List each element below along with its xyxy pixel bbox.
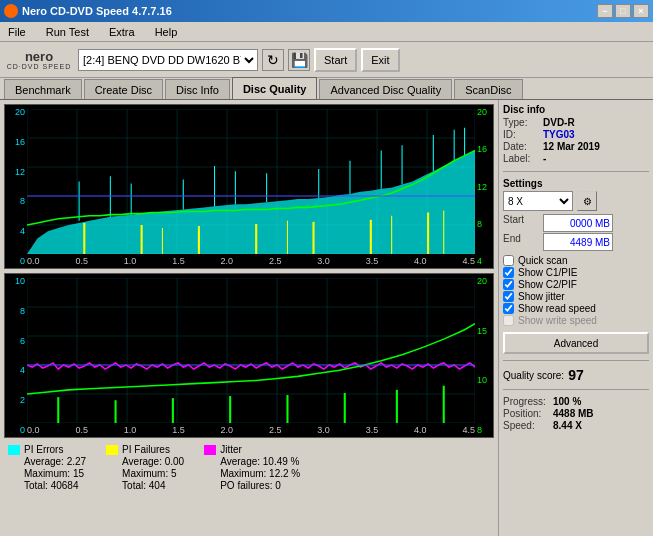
quality-score-value: 97 — [568, 367, 584, 383]
settings-end-row: End — [503, 233, 649, 251]
menu-extra[interactable]: Extra — [105, 24, 139, 40]
minimize-button[interactable]: − — [597, 4, 613, 18]
speed-value: 8.44 X — [553, 420, 582, 431]
tab-benchmark[interactable]: Benchmark — [4, 79, 82, 99]
settings-end-input[interactable] — [543, 233, 613, 251]
bottom-chart-plot — [27, 278, 475, 423]
checkboxes-section: Quick scan Show C1/PIE Show C2/PIF Show … — [503, 255, 649, 327]
settings-title: Settings — [503, 178, 649, 189]
tab-disc-info[interactable]: Disc Info — [165, 79, 230, 99]
disc-info-title: Disc info — [503, 104, 649, 115]
exit-button[interactable]: Exit — [361, 48, 399, 72]
charts-area: 20 16 12 8 4 0 20 16 12 8 4 — [0, 100, 498, 536]
menu-bar: File Run Test Extra Help — [0, 22, 653, 42]
jitter-max: Maximum: 12.2 % — [220, 468, 300, 479]
progress-section: Progress: 100 % Position: 4488 MB Speed:… — [503, 396, 649, 432]
show-c2pif-row: Show C2/PIF — [503, 279, 649, 290]
pi-failures-total: Total: 404 — [122, 480, 184, 491]
disc-label-label: Label: — [503, 153, 541, 164]
jitter-color — [204, 445, 216, 455]
advanced-button[interactable]: Advanced — [503, 332, 649, 354]
show-write-speed-label: Show write speed — [518, 315, 597, 326]
tab-scan-disc[interactable]: ScanDisc — [454, 79, 522, 99]
divider-3 — [503, 389, 649, 390]
position-row: Position: 4488 MB — [503, 408, 649, 419]
speed-label: Speed: — [503, 420, 551, 431]
save-icon[interactable]: 💾 — [288, 49, 310, 71]
menu-help[interactable]: Help — [151, 24, 182, 40]
speed-row: Speed: 8.44 X — [503, 420, 649, 431]
refresh-icon[interactable]: ↻ — [262, 49, 284, 71]
top-y-axis-right: 20 16 12 8 4 — [475, 105, 493, 268]
bottom-chart-inner: 10 8 6 4 2 0 20 15 10 8 — [5, 274, 493, 437]
title-bar: Nero CD-DVD Speed 4.7.7.16 − □ × — [0, 0, 653, 22]
show-c2pif-checkbox[interactable] — [503, 279, 514, 290]
disc-date-label: Date: — [503, 141, 541, 152]
position-label: Position: — [503, 408, 551, 419]
top-x-axis: 0.0 0.5 1.0 1.5 2.0 2.5 3.0 3.5 4.0 4.5 — [27, 254, 475, 268]
show-c1pie-checkbox[interactable] — [503, 267, 514, 278]
title-bar-buttons[interactable]: − □ × — [597, 4, 649, 18]
jitter-label: Jitter — [220, 444, 242, 455]
settings-speed-row: 8 X ⚙ — [503, 191, 649, 211]
close-button[interactable]: × — [633, 4, 649, 18]
disc-type-label: Type: — [503, 117, 541, 128]
speed-select[interactable]: 8 X — [503, 191, 573, 211]
settings-icon-btn[interactable]: ⚙ — [577, 191, 597, 211]
maximize-button[interactable]: □ — [615, 4, 631, 18]
disc-date-value: 12 Mar 2019 — [543, 141, 600, 152]
top-chart: 20 16 12 8 4 0 20 16 12 8 4 — [4, 104, 494, 269]
progress-row: Progress: 100 % — [503, 396, 649, 407]
app-icon — [4, 4, 18, 18]
pi-errors-max: Maximum: 15 — [24, 468, 86, 479]
tab-advanced-disc-quality[interactable]: Advanced Disc Quality — [319, 79, 452, 99]
title-text: Nero CD-DVD Speed 4.7.7.16 — [22, 5, 172, 17]
bottom-y-axis-right: 20 15 10 8 — [475, 274, 493, 437]
disc-label-value: - — [543, 153, 546, 164]
divider-2 — [503, 360, 649, 361]
legend-pi-failures-header: PI Failures — [106, 444, 184, 455]
disc-type-value: DVD-R — [543, 117, 575, 128]
nero-logo: nero CD·DVD SPEED — [4, 50, 74, 70]
show-read-speed-row: Show read speed — [503, 303, 649, 314]
tab-create-disc[interactable]: Create Disc — [84, 79, 163, 99]
drive-select[interactable]: [2:4] BENQ DVD DD DW1620 B7W9 — [78, 49, 258, 71]
top-chart-inner: 20 16 12 8 4 0 20 16 12 8 4 — [5, 105, 493, 268]
top-y-axis-left: 20 16 12 8 4 0 — [5, 105, 27, 268]
show-c1pie-row: Show C1/PIE — [503, 267, 649, 278]
show-jitter-checkbox[interactable] — [503, 291, 514, 302]
right-panel: Disc info Type: DVD-R ID: TYG03 Date: 12… — [498, 100, 653, 536]
jitter-avg: Average: 10.49 % — [220, 456, 300, 467]
main-content: 20 16 12 8 4 0 20 16 12 8 4 — [0, 100, 653, 536]
menu-file[interactable]: File — [4, 24, 30, 40]
show-write-speed-row: Show write speed — [503, 315, 649, 326]
nero-logo-text: nero — [25, 50, 53, 63]
legend: PI Errors Average: 2.27 Maximum: 15 Tota… — [2, 440, 496, 500]
disc-info-date-row: Date: 12 Mar 2019 — [503, 141, 649, 152]
progress-value: 100 % — [553, 396, 581, 407]
disc-info-label-row: Label: - — [503, 153, 649, 164]
show-read-speed-checkbox[interactable] — [503, 303, 514, 314]
quick-scan-row: Quick scan — [503, 255, 649, 266]
tabs: Benchmark Create Disc Disc Info Disc Qua… — [0, 78, 653, 100]
tab-disc-quality[interactable]: Disc Quality — [232, 77, 318, 99]
position-value: 4488 MB — [553, 408, 594, 419]
settings-start-label: Start — [503, 214, 541, 232]
menu-run-test[interactable]: Run Test — [42, 24, 93, 40]
quick-scan-label: Quick scan — [518, 255, 567, 266]
title-bar-left: Nero CD-DVD Speed 4.7.7.16 — [4, 4, 172, 18]
show-write-speed-checkbox[interactable] — [503, 315, 514, 326]
settings-section: Settings 8 X ⚙ Start End — [503, 178, 649, 252]
start-button[interactable]: Start — [314, 48, 357, 72]
show-c1pie-label: Show C1/PIE — [518, 267, 577, 278]
svg-marker-16 — [27, 150, 475, 254]
disc-info-id-row: ID: TYG03 — [503, 129, 649, 140]
settings-start-input[interactable] — [543, 214, 613, 232]
bottom-x-axis: 0.0 0.5 1.0 1.5 2.0 2.5 3.0 3.5 4.0 4.5 — [27, 423, 475, 437]
bottom-chart-svg — [27, 278, 475, 423]
pi-errors-avg: Average: 2.27 — [24, 456, 86, 467]
quick-scan-checkbox[interactable] — [503, 255, 514, 266]
legend-pi-errors-header: PI Errors — [8, 444, 86, 455]
show-read-speed-label: Show read speed — [518, 303, 596, 314]
jitter-po-failures: PO failures: 0 — [220, 480, 300, 491]
